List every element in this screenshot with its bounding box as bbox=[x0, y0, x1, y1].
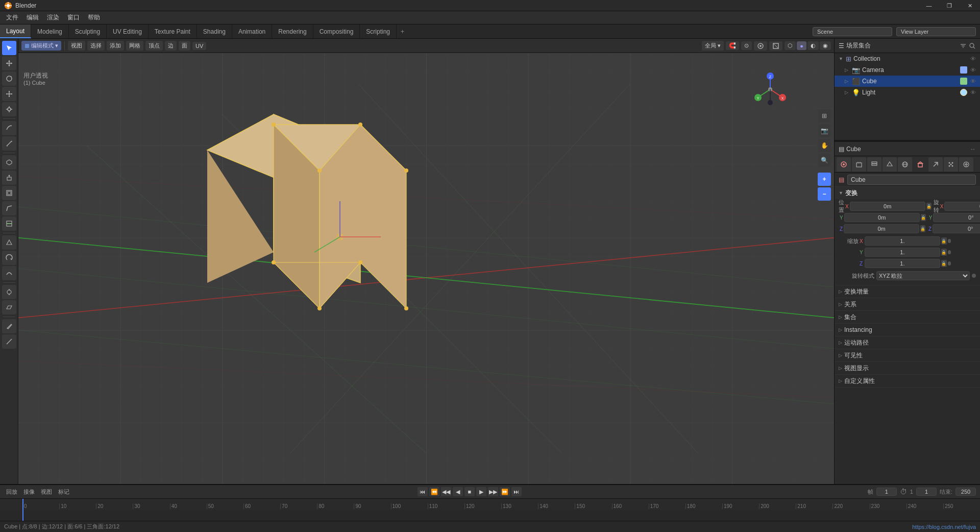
mode-selector[interactable]: 编辑模式 ▾ bbox=[21, 41, 61, 51]
viewport-zoom-btn[interactable]: 🔍 bbox=[818, 154, 831, 167]
material-btn[interactable]: ◐ bbox=[807, 41, 819, 50]
rotation-z-input[interactable] bbox=[933, 224, 980, 233]
section-delta-header[interactable]: ▷ 变换增量 bbox=[835, 285, 980, 298]
location-z-lock[interactable]: 🔒 bbox=[920, 225, 925, 232]
outliner-filter-icon[interactable] bbox=[960, 42, 967, 50]
prop-tab-object[interactable] bbox=[913, 157, 927, 172]
location-z-input[interactable] bbox=[844, 224, 919, 233]
current-frame-input[interactable] bbox=[876, 488, 897, 496]
menu-edit[interactable]: 编辑 bbox=[22, 12, 43, 23]
tool-bevel[interactable] bbox=[2, 201, 16, 215]
timeline-playback-menu[interactable]: 回放 bbox=[4, 488, 19, 496]
scale-z-lock[interactable]: 🔒 bbox=[941, 260, 947, 267]
menu-window[interactable]: 窗口 bbox=[63, 12, 84, 23]
scene-input[interactable] bbox=[813, 27, 892, 36]
prop-tab-render[interactable] bbox=[837, 157, 851, 172]
tool-inset[interactable] bbox=[2, 186, 16, 200]
prop-tab-physics[interactable] bbox=[959, 157, 973, 172]
tool-transform[interactable] bbox=[2, 102, 16, 116]
start-frame-input[interactable] bbox=[916, 488, 937, 496]
prop-tab-world[interactable] bbox=[898, 157, 912, 172]
end-frame-input[interactable] bbox=[955, 488, 976, 496]
navigation-gizmo[interactable]: Z Y X bbox=[752, 71, 788, 107]
tool-spin[interactable] bbox=[2, 251, 16, 265]
viewport-select-btn[interactable]: 选择 bbox=[87, 41, 105, 51]
maximize-button[interactable]: ❐ bbox=[939, 0, 960, 11]
tab-modeling[interactable]: Modeling bbox=[31, 25, 69, 38]
viewport-edge-btn[interactable]: 边 bbox=[165, 41, 177, 51]
wireframe-btn[interactable]: ⬡ bbox=[785, 41, 796, 50]
tab-texture-paint[interactable]: Texture Paint bbox=[149, 25, 197, 38]
timeline-markers-menu[interactable]: 标记 bbox=[56, 488, 71, 496]
tool-extrude[interactable] bbox=[2, 171, 16, 185]
location-x-lock[interactable]: 🔒 bbox=[926, 203, 932, 210]
section-collections-header[interactable]: ▷ 集合 bbox=[835, 311, 980, 323]
tab-compositing[interactable]: Compositing bbox=[313, 25, 360, 38]
viewport[interactable]: 编辑模式 ▾ 视图 选择 添加 网格 顶点 边 面 UV 全局 ▾ 🧲 ⊙ bbox=[18, 39, 834, 484]
prop-tab-output[interactable] bbox=[852, 157, 866, 172]
tab-sculpting[interactable]: Sculpting bbox=[69, 25, 107, 38]
menu-file[interactable]: 文件 bbox=[2, 12, 22, 23]
tool-loop-cut[interactable] bbox=[2, 216, 16, 231]
stop-btn[interactable]: ■ bbox=[464, 487, 475, 496]
viewport-hand-btn[interactable]: ✋ bbox=[818, 139, 831, 152]
viewport-minus-btn[interactable]: − bbox=[818, 187, 831, 201]
rot-mode-select[interactable]: XYZ 欧拉 bbox=[876, 271, 970, 280]
prop-tab-particles[interactable] bbox=[944, 157, 958, 172]
viewport-global-btn[interactable]: 全局 ▾ bbox=[702, 41, 724, 51]
camera-eye[interactable]: 👁 bbox=[970, 67, 976, 73]
tab-scripting[interactable]: Scripting bbox=[360, 25, 397, 38]
next-keyframe-btn[interactable]: ⏩ bbox=[500, 487, 510, 496]
menu-help[interactable]: 帮助 bbox=[84, 12, 104, 23]
outliner-search-icon[interactable] bbox=[969, 42, 976, 50]
scale-x-input[interactable] bbox=[865, 236, 940, 246]
outliner-camera[interactable]: ▷ 📷 Camera 👁 bbox=[835, 64, 980, 76]
scale-y-lock[interactable]: 🔒 bbox=[941, 249, 947, 256]
tool-shear[interactable] bbox=[2, 300, 16, 315]
tool-smooth[interactable] bbox=[2, 266, 16, 280]
prop-tab-view-layer[interactable] bbox=[867, 157, 881, 172]
tool-annotate[interactable] bbox=[2, 121, 16, 135]
viewport-xray-btn[interactable] bbox=[769, 41, 782, 51]
outliner-light[interactable]: ▷ 💡 Light 👁 bbox=[835, 87, 980, 98]
tool-rotate[interactable] bbox=[2, 71, 16, 86]
minimize-button[interactable]: — bbox=[919, 0, 939, 11]
section-visibility-header[interactable]: ▷ 可见性 bbox=[835, 349, 980, 361]
outliner-cube[interactable]: ▷ ⬛ Cube 👁 bbox=[835, 76, 980, 87]
cube-eye[interactable]: 👁 bbox=[970, 78, 976, 84]
prev-frame-btn[interactable]: ◀◀ bbox=[441, 487, 451, 496]
tab-shading[interactable]: Shading bbox=[197, 25, 232, 38]
menu-render[interactable]: 渲染 bbox=[43, 12, 63, 23]
tab-add[interactable]: + bbox=[397, 25, 408, 38]
tool-scale[interactable] bbox=[2, 87, 16, 101]
viewport-vertex-btn[interactable]: 顶点 bbox=[145, 41, 163, 51]
collection-eye[interactable]: 👁 bbox=[970, 56, 976, 62]
section-vpdisplay-header[interactable]: ▷ 视图显示 bbox=[835, 362, 980, 374]
next-step-btn[interactable]: ▶▶ bbox=[488, 487, 498, 496]
tool-poly-build[interactable] bbox=[2, 235, 16, 250]
viewport-face-btn[interactable]: 面 bbox=[179, 41, 190, 51]
tab-animation[interactable]: Animation bbox=[232, 25, 272, 38]
tool-bisect[interactable] bbox=[2, 334, 16, 349]
tool-add-cube[interactable] bbox=[2, 155, 16, 170]
solid-btn[interactable]: ● bbox=[797, 41, 806, 50]
rotation-y-input[interactable] bbox=[933, 213, 980, 222]
timeline-keys-area[interactable] bbox=[0, 510, 980, 521]
prev-keyframe-btn[interactable]: ⏪ bbox=[429, 487, 439, 496]
location-y-input[interactable] bbox=[844, 213, 920, 222]
tool-measure[interactable] bbox=[2, 136, 16, 151]
scale-x-lock[interactable]: 🔒 bbox=[941, 237, 947, 245]
play-btn-main[interactable]: ▶ bbox=[476, 487, 486, 496]
jump-end-btn[interactable]: ⏭ bbox=[511, 487, 522, 496]
viewport-scene-btn[interactable]: ⊞ bbox=[818, 109, 831, 123]
close-button[interactable]: ✕ bbox=[960, 0, 980, 11]
section-relations-header[interactable]: ▷ 关系 bbox=[835, 298, 980, 310]
tab-layout[interactable]: Layout bbox=[0, 25, 31, 38]
prev-step-btn[interactable]: ◀ bbox=[453, 487, 463, 496]
status-link[interactable]: https://blog.csdn.net/fujva bbox=[912, 524, 976, 530]
location-x-input[interactable] bbox=[850, 202, 925, 211]
viewport-add-btn[interactable]: 添加 bbox=[107, 41, 124, 51]
viewport-proportional-btn[interactable]: ⊙ bbox=[741, 41, 752, 50]
section-motion-header[interactable]: ▷ 运动路径 bbox=[835, 336, 980, 349]
timeline-view-menu[interactable]: 视图 bbox=[39, 488, 54, 496]
